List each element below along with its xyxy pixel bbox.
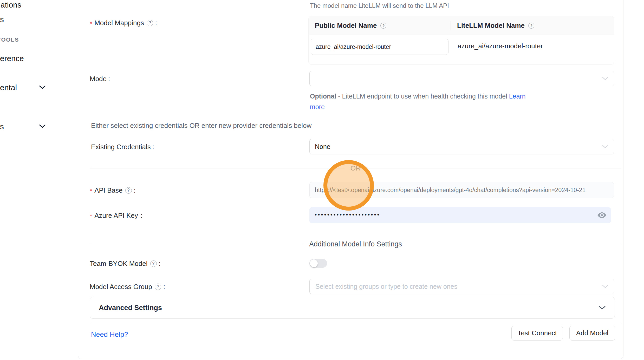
test-connect-button[interactable]: Test Connect (511, 326, 563, 341)
or-divider: OR (90, 164, 621, 172)
help-icon[interactable]: ? (528, 23, 534, 29)
api-base-label: * API Base ? : (90, 186, 136, 194)
litellm-model-name-header: LiteLLM Model Name ? (451, 16, 535, 35)
divider-line (408, 244, 621, 244)
help-icon[interactable]: ? (125, 187, 132, 194)
chevron-down-icon (602, 75, 609, 82)
mode-select[interactable] (309, 71, 614, 86)
public-model-name-input[interactable] (315, 43, 444, 51)
add-model-button[interactable]: Add Model (569, 326, 615, 341)
help-icon[interactable]: ? (155, 284, 161, 290)
api-base-input[interactable]: https://<test>.openai.azure.com/openai/d… (309, 182, 614, 198)
public-model-name-header: Public Model Name ? (309, 16, 451, 35)
additional-settings-divider-text: Additional Model Info Settings (309, 240, 402, 248)
sidebar-item-ental[interactable]: ental (0, 83, 17, 92)
chevron-down-icon[interactable] (39, 85, 46, 90)
chevron-down-icon (599, 305, 606, 310)
model-mappings-table: Public Model Name ? LiteLLM Model Name ?… (308, 16, 614, 65)
azure-api-key-input[interactable]: ••••••••••••••••••••• (309, 207, 611, 223)
divider-line (366, 168, 621, 168)
chevron-down-icon (602, 283, 609, 290)
required-marker: * (90, 187, 92, 195)
credentials-note: Either select existing credentials OR en… (91, 122, 311, 130)
model-access-group-label: Model Access Group ? : (90, 283, 165, 291)
advanced-settings-panel[interactable]: Advanced Settings (90, 297, 615, 319)
table-header-row: Public Model Name ? LiteLLM Model Name ? (309, 16, 614, 35)
required-marker: * (90, 20, 92, 28)
existing-credentials-value: None (315, 143, 330, 150)
public-model-name-input-wrap (311, 39, 448, 55)
or-divider-text: OR (350, 164, 361, 172)
divider-line (90, 244, 303, 244)
help-icon[interactable]: ? (380, 23, 386, 29)
existing-credentials-label: Existing Credentials : (91, 143, 154, 151)
azure-api-key-label: * Azure API Key : (90, 211, 142, 220)
need-help-link[interactable]: Need Help? (91, 331, 128, 339)
mode-label: Mode : (90, 75, 110, 83)
existing-credentials-select[interactable]: None (309, 139, 614, 154)
sidebar-section-tools: TOOLS (0, 36, 19, 43)
sidebar-item-s-1[interactable]: s (0, 15, 4, 24)
sidebar-item-s-2[interactable]: s (0, 122, 4, 131)
team-byok-label: Team-BYOK Model ? : (90, 259, 161, 268)
additional-settings-divider: Additional Model Info Settings (90, 240, 621, 248)
sidebar-item-ations[interactable]: ations (1, 1, 21, 9)
model-mappings-label: * Model Mappings ? : (90, 19, 157, 27)
mode-help-text: Optional - LiteLLM endpoint to use when … (310, 91, 526, 112)
sidebar-item-erence[interactable]: erence (0, 54, 24, 63)
toggle-knob (310, 259, 318, 267)
footer-divider (91, 323, 621, 323)
required-marker: * (90, 212, 92, 220)
masked-api-key: ••••••••••••••••••••• (315, 212, 380, 218)
advanced-settings-title: Advanced Settings (99, 304, 162, 312)
help-icon[interactable]: ? (147, 20, 153, 26)
model-name-hint: The model name LiteLLM will send to the … (310, 2, 449, 9)
help-icon[interactable]: ? (150, 260, 157, 267)
chevron-down-icon[interactable] (39, 124, 46, 129)
model-access-group-select[interactable] (309, 279, 614, 294)
team-byok-toggle[interactable] (309, 259, 327, 268)
eye-icon[interactable] (597, 212, 607, 219)
chevron-down-icon (602, 143, 609, 150)
divider-line (90, 168, 345, 168)
litellm-model-name-value: azure_ai/azure-model-router (458, 42, 543, 50)
model-access-group-input[interactable] (315, 283, 599, 291)
